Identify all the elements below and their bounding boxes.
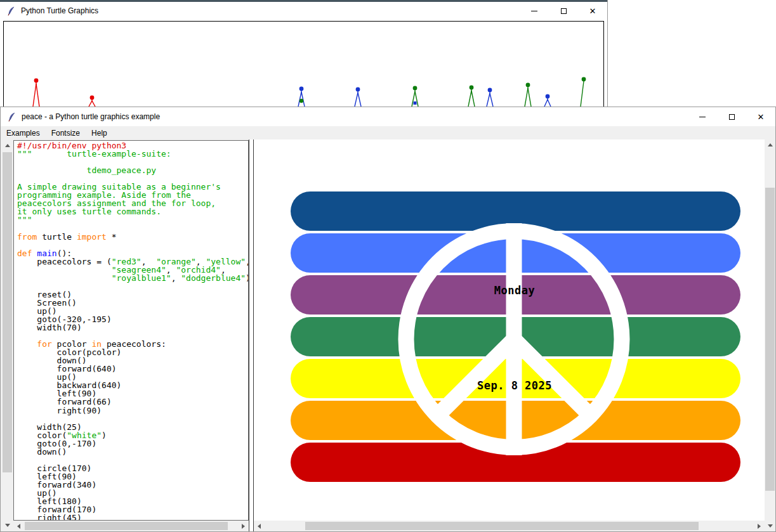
code-horizontal-scrollbar[interactable] <box>13 521 249 531</box>
menu-fontsize[interactable]: Fontsize <box>46 126 86 139</box>
scroll-up-button[interactable] <box>765 139 775 150</box>
maximize-icon <box>561 8 567 14</box>
minimize-button[interactable] <box>520 2 549 20</box>
stick-figure <box>487 88 493 107</box>
window-title: Python Turtle Graphics <box>21 6 98 15</box>
minimize-icon <box>531 11 537 11</box>
stick-figure <box>355 88 361 107</box>
close-icon: ✕ <box>758 113 765 121</box>
scroll-left-button[interactable] <box>13 521 24 531</box>
code-line: right(90) <box>17 406 248 415</box>
scroll-left-button[interactable] <box>254 521 265 531</box>
pane-divider[interactable] <box>249 139 254 531</box>
scroll-down-icon <box>5 524 10 527</box>
code-line: tdemo_peace.py <box>17 166 248 174</box>
minimize-icon <box>699 117 706 117</box>
scroll-up-button[interactable] <box>2 140 13 151</box>
scrollbar-thumb[interactable] <box>765 188 775 491</box>
code-line: from turtle import * <box>17 233 248 241</box>
stick-figure <box>298 87 305 107</box>
menu-help[interactable]: Help <box>86 126 113 139</box>
maximize-button[interactable] <box>549 2 578 20</box>
stick-figure <box>581 77 586 107</box>
code-line: right(45) <box>17 514 248 521</box>
tk-feather-icon <box>8 112 16 122</box>
turtle-canvas: Monday Sep. 8 2025 <box>254 139 765 521</box>
peace-example-window: peace - a Python turtle graphics example… <box>0 107 776 532</box>
stick-figure <box>412 86 418 107</box>
scroll-right-icon <box>758 524 761 529</box>
stick-figure <box>544 94 551 107</box>
tk-feather-icon <box>7 6 16 16</box>
minimize-button[interactable] <box>688 107 717 126</box>
scroll-right-button[interactable] <box>754 521 765 531</box>
scrollbar-thumb[interactable] <box>25 522 228 530</box>
scrollbar-thumb[interactable] <box>305 522 699 530</box>
stick-figure <box>525 83 531 107</box>
title-bar[interactable]: Python Turtle Graphics ✕ <box>0 2 607 20</box>
code-line: """ turtle-example-suite: <box>17 150 248 158</box>
scroll-down-button[interactable] <box>2 520 13 531</box>
scroll-up-icon <box>5 144 10 147</box>
day-label: Monday <box>494 284 535 297</box>
canvas-horizontal-scrollbar[interactable] <box>254 521 765 531</box>
menu-examples[interactable]: Examples <box>1 126 46 139</box>
scroll-down-icon <box>768 524 773 528</box>
scroll-right-icon <box>242 524 245 529</box>
peace-left-diagonal <box>438 339 514 415</box>
close-button[interactable]: ✕ <box>578 2 607 20</box>
scroll-left-icon <box>258 524 261 529</box>
turtle-graphics-window: Python Turtle Graphics ✕ <box>0 0 608 107</box>
window-title: peace - a Python turtle graphics example <box>22 112 160 121</box>
code-line: "royalblue1", "dodgerblue4") <box>17 274 248 282</box>
code-line: down() <box>17 448 248 456</box>
maximize-button[interactable] <box>717 107 746 126</box>
code-line: width(70) <box>17 323 248 332</box>
scroll-left-icon <box>17 524 20 529</box>
code-line: it only uses turtle commands. <box>17 207 248 216</box>
scroll-right-button[interactable] <box>238 521 249 531</box>
code-view[interactable]: #!/usr/bin/env python3""" turtle-example… <box>13 140 249 521</box>
stick-figure <box>33 79 39 107</box>
stick-figure <box>468 86 475 107</box>
date-label: Sep. 8 2025 <box>477 379 552 392</box>
peace-symbol <box>254 139 765 521</box>
canvas-vertical-scrollbar[interactable] <box>765 139 775 531</box>
title-bar[interactable]: peace - a Python turtle graphics example… <box>1 107 775 126</box>
scroll-down-button[interactable] <box>765 521 775 531</box>
scroll-up-icon <box>768 143 773 146</box>
turtle-canvas <box>3 21 604 107</box>
turtle-figures <box>4 22 604 107</box>
main-area: #!/usr/bin/env python3""" turtle-example… <box>1 139 775 531</box>
code-line: """ <box>17 216 248 224</box>
close-button[interactable]: ✕ <box>746 107 775 126</box>
scrollbar-thumb[interactable] <box>3 152 12 472</box>
peace-right-diagonal <box>514 339 590 415</box>
menu-bar: Examples Fontsize Help <box>1 126 775 139</box>
code-vertical-scrollbar[interactable] <box>1 140 13 531</box>
maximize-icon <box>729 114 735 120</box>
close-icon: ✕ <box>589 7 596 15</box>
stick-figure <box>89 96 95 107</box>
